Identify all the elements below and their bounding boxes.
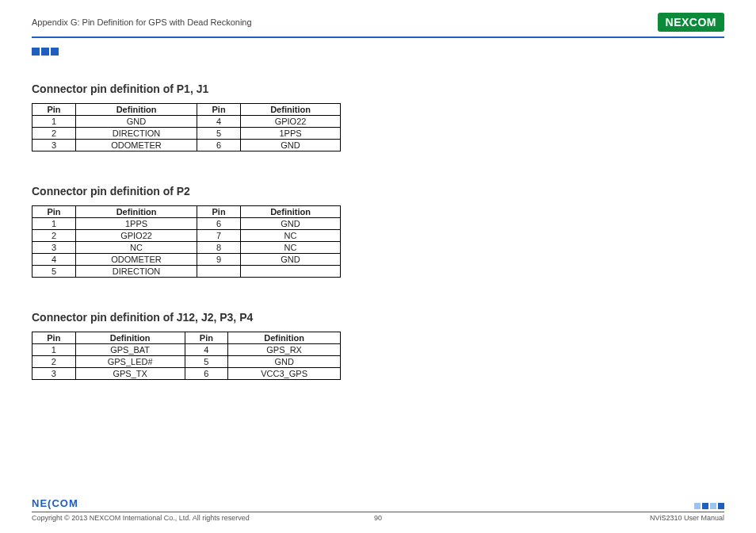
- table-header-row: Pin Definition Pin Definition: [32, 206, 341, 218]
- pin-table-j12: Pin Definition Pin Definition 1GPS_BAT4G…: [32, 332, 341, 380]
- table-row: 1GND4GPIO22: [32, 116, 341, 128]
- col-header: Pin: [197, 104, 241, 116]
- table-cell: 4: [185, 344, 228, 356]
- col-header: Pin: [185, 332, 228, 344]
- col-header: Definition: [76, 206, 197, 218]
- header-row: Appendix G: Pin Definition for GPS with …: [32, 13, 724, 32]
- table-cell: ODOMETER: [76, 254, 197, 266]
- table-cell: DIRECTION: [76, 266, 197, 278]
- table-row: 3GPS_TX6VCC3_GPS: [32, 368, 341, 380]
- table-body: 1GPS_BAT4GPS_RX2GPS_LED#5GND3GPS_TX6VCC3…: [32, 344, 341, 380]
- table-cell: 7: [197, 230, 241, 242]
- table-cell: GND: [241, 140, 341, 151]
- table-row: 4ODOMETER9GND: [32, 254, 341, 266]
- table-cell: GND: [241, 218, 341, 230]
- table-cell: 6: [197, 218, 241, 230]
- table-cell: GPS_LED#: [75, 356, 185, 368]
- col-header: Definition: [75, 332, 185, 344]
- table-cell: 2: [32, 356, 76, 368]
- decorative-squares: [32, 44, 724, 59]
- section-title: Connector pin definition of J12, J2, P3,…: [32, 311, 724, 324]
- footer-rule: [32, 512, 724, 512]
- table-cell: 8: [197, 242, 241, 254]
- table-header-row: Pin Definition Pin Definition: [32, 332, 341, 344]
- table-cell: 5: [185, 356, 228, 368]
- page-number: 90: [32, 514, 724, 522]
- table-body: 1GND4GPIO222DIRECTION51PPS3ODOMETER6GND: [32, 116, 341, 151]
- table-cell: 1PPS: [241, 128, 341, 140]
- table-row: 3NC8NC: [32, 242, 341, 254]
- table-cell: 9: [197, 254, 241, 266]
- col-header: Definition: [228, 332, 341, 344]
- table-cell: NC: [76, 242, 197, 254]
- section-title: Connector pin definition of P1, J1: [32, 82, 724, 95]
- table-cell: 2: [32, 230, 76, 242]
- table-cell: 5: [197, 128, 241, 140]
- table-cell: VCC3_GPS: [228, 368, 341, 380]
- col-header: Definition: [241, 206, 341, 218]
- table-cell: 1: [32, 116, 76, 128]
- table-row: 5DIRECTION: [32, 266, 341, 278]
- breadcrumb: Appendix G: Pin Definition for GPS with …: [32, 17, 252, 27]
- table-row: 1GPS_BAT4GPS_RX: [32, 344, 341, 356]
- section-p1-j1: Connector pin definition of P1, J1 Pin D…: [32, 82, 724, 151]
- table-cell: 1: [32, 218, 76, 230]
- table-row: 2DIRECTION51PPS: [32, 128, 341, 140]
- pin-table-p2: Pin Definition Pin Definition 11PPS6GND2…: [32, 205, 341, 278]
- table-row: 11PPS6GND: [32, 218, 341, 230]
- table-cell: GPS_TX: [75, 368, 185, 380]
- table-cell: GPS_RX: [228, 344, 341, 356]
- table-cell: GPIO22: [76, 230, 197, 242]
- table-cell: 4: [32, 254, 76, 266]
- pin-table-p1-j1: Pin Definition Pin Definition 1GND4GPIO2…: [32, 103, 341, 151]
- table-cell: NC: [241, 242, 341, 254]
- col-header: Pin: [32, 332, 76, 344]
- section-p2: Connector pin definition of P2 Pin Defin…: [32, 185, 724, 278]
- col-header: Definition: [76, 104, 197, 116]
- table-cell: 3: [32, 368, 76, 380]
- table-cell: GPS_BAT: [75, 344, 185, 356]
- table-cell: GPIO22: [241, 116, 341, 128]
- table-cell: ODOMETER: [76, 140, 197, 151]
- table-body: 11PPS6GND2GPIO227NC3NC8NC4ODOMETER9GND5D…: [32, 218, 341, 278]
- section-j12-j2-p3-p4: Connector pin definition of J12, J2, P3,…: [32, 311, 724, 380]
- footer-decorative-dots: [694, 503, 724, 509]
- brand-logo: NEXCOM: [658, 13, 724, 32]
- table-cell: DIRECTION: [76, 128, 197, 140]
- table-cell: 2: [32, 128, 76, 140]
- table-cell: GND: [241, 254, 341, 266]
- col-header: Pin: [32, 104, 76, 116]
- table-cell: 3: [32, 140, 76, 151]
- table-cell: GND: [76, 116, 197, 128]
- header-rule: [32, 36, 724, 38]
- col-header: Definition: [241, 104, 341, 116]
- table-cell: GND: [228, 356, 341, 368]
- col-header: Pin: [197, 206, 241, 218]
- table-cell: 6: [197, 140, 241, 151]
- table-cell: 1PPS: [76, 218, 197, 230]
- table-cell: 6: [185, 368, 228, 380]
- table-cell: 3: [32, 242, 76, 254]
- table-cell: 4: [197, 116, 241, 128]
- table-cell: [197, 266, 241, 278]
- table-cell: 1: [32, 344, 76, 356]
- table-cell: [241, 266, 341, 278]
- page-footer: NE(COM Copyright © 2013 NEXCOM Internati…: [32, 497, 724, 522]
- table-row: 2GPS_LED#5GND: [32, 356, 341, 368]
- table-cell: NC: [241, 230, 341, 242]
- table-header-row: Pin Definition Pin Definition: [32, 104, 341, 116]
- table-row: 3ODOMETER6GND: [32, 140, 341, 151]
- table-row: 2GPIO227NC: [32, 230, 341, 242]
- col-header: Pin: [32, 206, 76, 218]
- table-cell: 5: [32, 266, 76, 278]
- footer-brand-logo: NE(COM: [32, 497, 78, 509]
- section-title: Connector pin definition of P2: [32, 185, 724, 197]
